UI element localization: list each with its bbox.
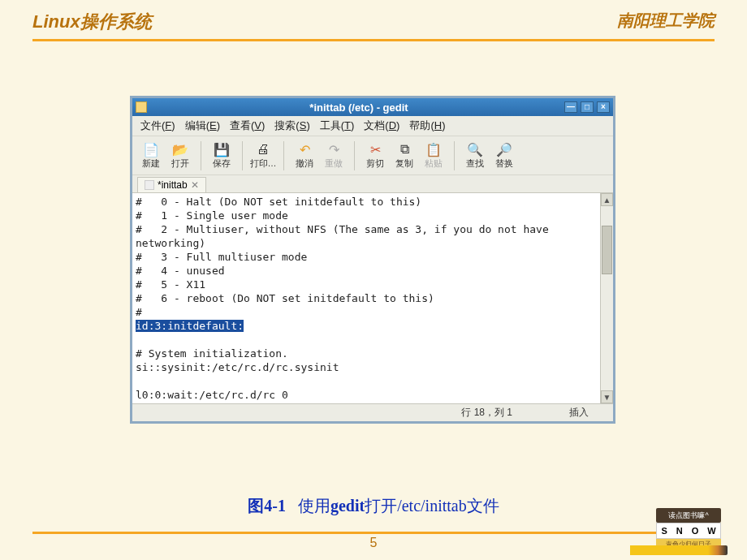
redo-icon: ↷ (325, 141, 343, 157)
deco-snow: S N O W (656, 523, 721, 539)
maximize-button[interactable]: □ (581, 101, 594, 113)
find-icon: 🔍 (466, 141, 484, 157)
replace-icon: 🔎 (495, 141, 513, 157)
tabbar: *inittab ✕ (132, 175, 613, 192)
cut-button[interactable]: ✂ 剪切 (361, 140, 389, 171)
save-button[interactable]: 💾 保存 (208, 140, 235, 171)
scrollbar-thumb[interactable] (602, 226, 612, 274)
header-left: Linux操作系统 (32, 10, 152, 34)
scroll-down-arrow[interactable]: ▼ (601, 390, 613, 403)
undo-icon: ↶ (296, 141, 313, 157)
toolbar-separator (354, 141, 355, 170)
pencil-icon (630, 545, 728, 555)
menu-search[interactable]: 搜索(S) (274, 118, 309, 133)
cursor-position: 行 18，列 1 (461, 406, 512, 420)
copy-button[interactable]: ⧉ 复制 (391, 140, 418, 171)
toolbar-separator (242, 141, 243, 170)
editor-body: # 0 - Halt (Do NOT set initdefault to th… (132, 192, 613, 403)
document-icon (145, 180, 154, 190)
tab-label: *inittab (158, 179, 188, 191)
tab-close-icon[interactable]: ✕ (191, 179, 199, 191)
open-folder-icon: 📂 (171, 141, 189, 157)
window-title: *inittab (/etc) - gedit (153, 101, 564, 114)
menu-help[interactable]: 帮助(H) (409, 118, 445, 133)
undo-button[interactable]: ↶ 撤消 (291, 140, 318, 171)
app-icon (136, 101, 147, 113)
deco-sign: 读点图书嘛^ (656, 508, 721, 523)
print-button[interactable]: 🖨 打印… (249, 140, 277, 171)
vertical-scrollbar[interactable]: ▲ ▼ (600, 193, 613, 403)
minimize-button[interactable]: — (564, 101, 577, 113)
gedit-window: *inittab (/etc) - gedit — □ × 文件(F) 编辑(E… (130, 96, 615, 424)
replace-button[interactable]: 🔎 替换 (490, 140, 518, 171)
menu-view[interactable]: 查看(V) (230, 118, 265, 133)
decorative-graphic: 读点图书嘛^ S N O W 青色少归何日子 (633, 497, 731, 554)
toolbar-separator (283, 141, 284, 170)
save-icon: 💾 (213, 141, 231, 157)
close-button[interactable]: × (597, 101, 610, 113)
titlebar[interactable]: *inittab (/etc) - gedit — □ × (132, 98, 613, 116)
toolbar: 📄 新建 📂 打开 💾 保存 🖨 打印… ↶ (132, 136, 613, 175)
insert-mode: 插入 (569, 406, 589, 420)
tab-inittab[interactable]: *inittab ✕ (137, 177, 206, 192)
redo-button[interactable]: ↷ 重做 (320, 140, 348, 171)
cut-icon: ✂ (366, 141, 384, 157)
statusbar: 行 18，列 1 插入 (132, 403, 613, 421)
menu-docs[interactable]: 文档(D) (364, 118, 399, 133)
header-rule (32, 39, 715, 41)
header-right: 南阳理工学院 (617, 10, 715, 34)
menubar: 文件(F) 编辑(E) 查看(V) 搜索(S) 工具(T) 文档(D) 帮助(H… (132, 116, 613, 136)
editor-textarea[interactable]: # 0 - Halt (Do NOT set initdefault to th… (132, 193, 600, 403)
toolbar-separator (454, 141, 455, 170)
menu-file[interactable]: 文件(F) (140, 118, 175, 133)
menu-edit[interactable]: 编辑(E) (185, 118, 220, 133)
scroll-up-arrow[interactable]: ▲ (601, 193, 613, 206)
print-icon: 🖨 (254, 141, 272, 157)
paste-button[interactable]: 📋 粘贴 (420, 140, 447, 171)
footer-rule (32, 532, 715, 534)
new-button[interactable]: 📄 新建 (137, 140, 165, 171)
open-button[interactable]: 📂 打开 (166, 140, 194, 171)
menu-tools[interactable]: 工具(T) (320, 118, 355, 133)
paste-icon: 📋 (425, 141, 443, 157)
toolbar-separator (201, 141, 201, 170)
copy-icon: ⧉ (395, 141, 413, 157)
new-file-icon: 📄 (142, 141, 160, 157)
find-button[interactable]: 🔍 查找 (461, 140, 489, 171)
